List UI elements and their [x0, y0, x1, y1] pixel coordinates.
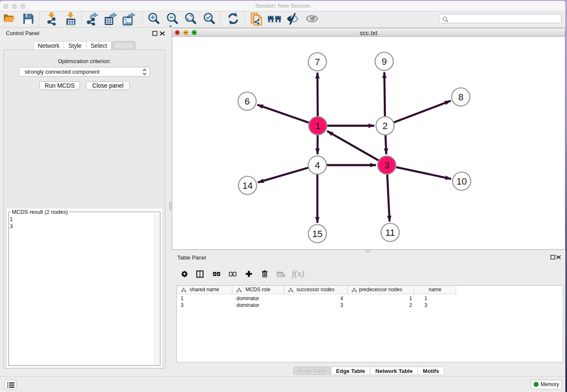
svg-text:10: 10: [457, 176, 467, 187]
svg-text:14: 14: [242, 180, 253, 191]
svg-text:1: 1: [315, 121, 320, 131]
svg-text:8: 8: [458, 92, 463, 102]
svg-text:4: 4: [315, 160, 320, 171]
svg-text:6: 6: [245, 96, 250, 107]
svg-text:7: 7: [315, 57, 320, 67]
svg-text:9: 9: [382, 56, 387, 67]
svg-text:3: 3: [384, 160, 389, 171]
svg-text:2: 2: [383, 121, 388, 131]
svg-text:11: 11: [385, 227, 395, 238]
svg-text:15: 15: [312, 229, 322, 239]
